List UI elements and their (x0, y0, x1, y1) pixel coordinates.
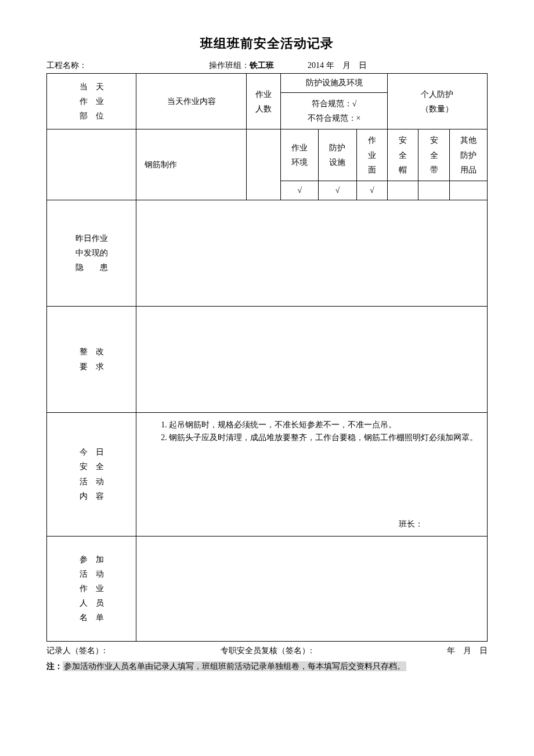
mark-belt (418, 181, 449, 200)
cell-rectify (136, 306, 488, 412)
footer-date: 年 月 日 (395, 645, 488, 657)
date-text: 2014 年 月 日 (308, 60, 488, 71)
team-label: 操作班组： (209, 61, 250, 70)
label-participants: 参 加活 动作 业人 员名 单 (47, 536, 136, 641)
label-rectify: 整 改要 求 (47, 306, 136, 412)
cell-today-activity: 1. 起吊钢筋时，规格必须统一，不准长短参差不一，不准一点吊。 2. 钢筋头子应… (136, 412, 488, 536)
mark-other (449, 181, 487, 200)
hdr-today-content: 当天作业内容 (136, 74, 247, 129)
team-value: 铁工班 (250, 61, 274, 70)
hdr-personal-prot: 个人防护（数量） (387, 74, 487, 129)
sub-other: 其他防护用品 (449, 129, 487, 181)
hdr-today-part: 当 天作 业部 位 (47, 74, 136, 129)
label-today-activity: 今 日安 全活 动内 容 (47, 412, 136, 536)
hdr-protection-env: 防护设施及环境 (281, 74, 388, 93)
sub-face: 作业面 (356, 129, 387, 181)
mark-facility: √ (319, 181, 356, 200)
note-row: 注：参加活动作业人员名单由记录人填写，班组班前活动记录单独组卷，每本填写后交资料… (46, 661, 488, 672)
reviewer-label: 专职安全员复核（签名）: (221, 645, 395, 657)
sub-env: 作业环境 (281, 129, 319, 181)
note-body: 参加活动作业人员名单由记录人填写，班组班前活动记录单独组卷，每本填写后交资料只存… (63, 661, 406, 671)
recorder-label: 记录人（签名）: (46, 645, 221, 657)
cell-yesterday (136, 200, 488, 306)
note-prefix: 注： (46, 662, 63, 671)
cell-today-content: 钢筋制作 (136, 129, 247, 200)
cell-today-part (47, 129, 136, 200)
meta-row: 工程名称： 操作班组：铁工班 2014 年 月 日 (46, 60, 488, 71)
mark-face: √ (356, 181, 387, 200)
footer-row: 记录人（签名）: 专职安全员复核（签名）: 年 月 日 (46, 645, 488, 657)
sub-facility: 防护设施 (319, 129, 356, 181)
page-title: 班组班前安全活动记录 (46, 35, 488, 53)
cell-participants (136, 536, 488, 641)
label-yesterday: 昨日作业中发现的隐 患 (47, 200, 136, 306)
mark-env: √ (281, 181, 319, 200)
project-label: 工程名称： (46, 61, 87, 70)
today-activity-text: 1. 起吊钢筋时，规格必须统一，不准长短参差不一，不准一点吊。 2. 钢筋头子应… (145, 419, 479, 445)
sub-belt: 安全带 (418, 129, 449, 181)
hdr-worker-count: 作业人数 (246, 74, 280, 129)
sub-helmet: 安全帽 (387, 129, 418, 181)
hdr-compliance: 符合规范：√不符合规范：× (281, 92, 388, 129)
leader-label: 班长： (399, 519, 423, 530)
mark-helmet (387, 181, 418, 200)
cell-worker-count (246, 129, 280, 200)
main-table: 当 天作 业部 位 当天作业内容 作业人数 防护设施及环境 个人防护（数量） 符… (46, 73, 488, 641)
